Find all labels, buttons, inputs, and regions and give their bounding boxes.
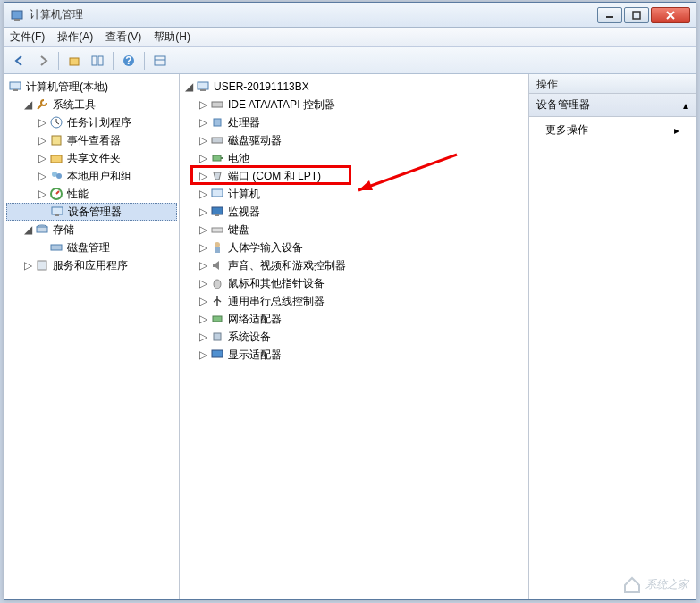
label: 系统工具 — [53, 97, 96, 113]
label: 本地用户和组 — [67, 169, 131, 184]
device-tree-pane[interactable]: ◢USER-20191113BX ▷IDE ATA/ATAPI 控制器 ▷处理器… — [180, 74, 529, 599]
tree-event-viewer[interactable]: ▷事件查看器 — [6, 131, 177, 149]
device-disk-drives[interactable]: ▷磁盘驱动器 — [181, 131, 527, 149]
collapse-icon[interactable]: ▴ — [683, 99, 688, 112]
collapse-icon[interactable]: ◢ — [22, 224, 33, 235]
menu-action[interactable]: 操作(A) — [57, 29, 93, 45]
device-usb[interactable]: ▷通用串行总线控制器 — [181, 292, 527, 310]
details-button[interactable] — [150, 51, 170, 71]
maximize-button[interactable] — [624, 7, 649, 23]
expand-icon[interactable]: ▷ — [198, 314, 208, 324]
back-button[interactable] — [10, 51, 30, 71]
port-icon — [210, 169, 224, 183]
expand-icon[interactable]: ▷ — [37, 117, 47, 128]
separator — [58, 52, 59, 70]
label: 鼠标和其他指针设备 — [228, 276, 325, 291]
tree-shared-folders[interactable]: ▷共享文件夹 — [6, 149, 177, 167]
collapse-icon[interactable]: ◢ — [183, 81, 194, 92]
left-tree-pane[interactable]: 计算机管理(本地) ◢系统工具 ▷任务计划程序 ▷事件查看器 ▷共享文件夹 ▷本… — [4, 74, 180, 599]
expand-icon[interactable]: ▷ — [198, 224, 208, 235]
menu-help[interactable]: 帮助(H) — [154, 29, 190, 45]
expand-icon[interactable]: ▷ — [198, 171, 208, 181]
section-label: 设备管理器 — [536, 97, 590, 113]
expand-icon[interactable]: ▷ — [22, 260, 33, 271]
device-ports[interactable]: ▷端口 (COM 和 LPT) — [181, 167, 527, 185]
svg-rect-30 — [214, 119, 221, 126]
tree-storage[interactable]: ◢存储 — [6, 221, 177, 239]
menu-file[interactable]: 文件(F) — [10, 29, 45, 45]
up-button[interactable] — [64, 51, 84, 71]
svg-rect-24 — [37, 227, 47, 232]
drive-icon — [210, 133, 224, 147]
menu-view[interactable]: 查看(V) — [105, 29, 141, 45]
help-button[interactable]: ? — [119, 51, 139, 71]
svg-rect-0 — [12, 11, 22, 19]
device-cpu[interactable]: ▷处理器 — [181, 113, 527, 131]
device-sound[interactable]: ▷声音、视频和游戏控制器 — [181, 256, 527, 274]
svg-rect-1 — [14, 19, 20, 21]
device-battery[interactable]: ▷电池 — [181, 149, 527, 167]
tree-device-manager[interactable]: 设备管理器 — [6, 203, 177, 221]
label: 键盘 — [228, 222, 249, 238]
tree-task-scheduler[interactable]: ▷任务计划程序 — [6, 113, 177, 131]
device-display[interactable]: ▷显示适配器 — [181, 346, 527, 364]
device-sysdev[interactable]: ▷系统设备 — [181, 328, 527, 346]
expand-icon[interactable]: ▷ — [198, 349, 208, 360]
expand-icon[interactable]: ▷ — [198, 206, 208, 217]
device-hid[interactable]: ▷人体学输入设备 — [181, 239, 527, 256]
expand-icon[interactable]: ▷ — [198, 278, 208, 289]
battery-icon — [210, 151, 224, 165]
tree-disk-mgmt[interactable]: 磁盘管理 — [6, 239, 177, 256]
minimize-button[interactable] — [597, 7, 622, 23]
close-button[interactable] — [651, 7, 690, 23]
panes-button[interactable] — [88, 51, 107, 71]
expand-icon[interactable]: ▷ — [37, 135, 47, 146]
forward-button[interactable] — [33, 51, 53, 71]
services-icon — [35, 258, 49, 272]
label: 设备管理器 — [68, 205, 122, 220]
device-computer[interactable]: ▷计算机 — [181, 185, 527, 203]
expand-icon[interactable]: ▷ — [37, 153, 47, 163]
device-network[interactable]: ▷网络适配器 — [181, 310, 527, 328]
tree-performance[interactable]: ▷性能 — [6, 185, 177, 203]
actions-section[interactable]: 设备管理器 ▴ — [529, 94, 696, 117]
label: 更多操作 — [545, 122, 588, 138]
label: 系统设备 — [228, 330, 271, 345]
device-monitor[interactable]: ▷监视器 — [181, 203, 527, 221]
expand-icon[interactable]: ▷ — [198, 260, 208, 271]
label: 存储 — [53, 222, 74, 238]
expand-icon[interactable]: ▷ — [198, 99, 208, 110]
tree-local-users[interactable]: ▷本地用户和组 — [6, 167, 177, 185]
expand-icon[interactable]: ▷ — [198, 153, 208, 163]
svg-rect-42 — [214, 333, 221, 340]
tree-root[interactable]: 计算机管理(本地) — [6, 78, 177, 96]
expand-icon[interactable]: ▷ — [198, 296, 208, 306]
tree-sys-tools[interactable]: ◢系统工具 — [6, 96, 177, 113]
titlebar[interactable]: 计算机管理 — [4, 3, 696, 28]
expand-icon[interactable]: ▷ — [198, 331, 208, 342]
watermark: 系统之家 — [622, 574, 688, 594]
actions-pane: 操作 设备管理器 ▴ 更多操作 ▸ — [529, 74, 696, 599]
computer-icon — [8, 80, 22, 94]
svg-rect-35 — [212, 207, 223, 214]
blank-icon — [37, 242, 47, 253]
svg-rect-8 — [98, 56, 103, 65]
expand-icon[interactable]: ▷ — [198, 135, 208, 146]
device-mouse[interactable]: ▷鼠标和其他指针设备 — [181, 274, 527, 292]
sound-icon — [210, 258, 224, 272]
svg-rect-26 — [38, 261, 46, 270]
expand-icon[interactable]: ▷ — [198, 117, 208, 128]
expand-icon[interactable]: ▷ — [37, 188, 47, 199]
expand-icon[interactable]: ▷ — [198, 242, 208, 253]
device-root[interactable]: ◢USER-20191113BX — [181, 78, 527, 96]
svg-point-19 — [56, 173, 62, 179]
more-actions[interactable]: 更多操作 ▸ — [529, 117, 696, 143]
tree-services[interactable]: ▷服务和应用程序 — [6, 256, 177, 274]
keyboard-icon — [210, 222, 224, 237]
device-ide[interactable]: ▷IDE ATA/ATAPI 控制器 — [181, 96, 527, 113]
collapse-icon[interactable]: ◢ — [22, 99, 33, 110]
expand-icon[interactable]: ▷ — [37, 171, 47, 181]
svg-rect-17 — [51, 155, 62, 163]
expand-icon[interactable]: ▷ — [198, 188, 208, 199]
device-keyboard[interactable]: ▷键盘 — [181, 221, 527, 239]
